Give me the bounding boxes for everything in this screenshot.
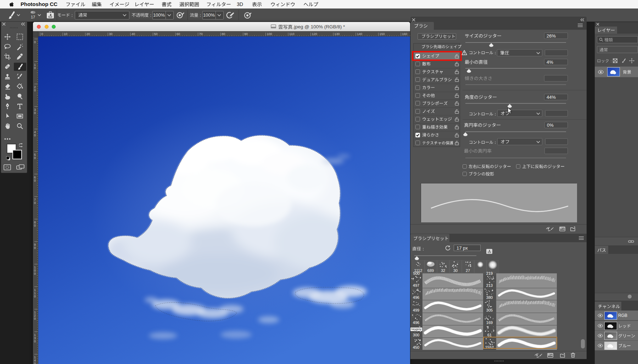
svg-text:497: 497 xyxy=(413,283,419,288)
svg-text:169: 169 xyxy=(486,320,493,325)
svg-text:499: 499 xyxy=(413,308,419,312)
svg-text:150: 150 xyxy=(380,32,385,36)
svg-text:305: 305 xyxy=(486,308,493,312)
svg-text:0: 0 xyxy=(34,179,36,182)
svg-text:70: 70 xyxy=(199,32,203,36)
svg-text:27: 27 xyxy=(466,268,470,273)
svg-text:130: 130 xyxy=(334,32,340,36)
svg-text:380: 380 xyxy=(486,295,493,300)
svg-text:30: 30 xyxy=(109,32,112,36)
svg-text:0: 0 xyxy=(34,362,36,364)
svg-text:0: 0 xyxy=(34,133,36,137)
svg-text:0: 0 xyxy=(34,66,36,70)
svg-text:110: 110 xyxy=(289,32,294,36)
svg-text:450: 450 xyxy=(413,345,419,349)
svg-text:0: 0 xyxy=(34,295,36,298)
svg-text:100: 100 xyxy=(267,32,272,36)
svg-text:0: 0 xyxy=(34,340,36,343)
svg-text:0: 0 xyxy=(34,201,36,205)
svg-text:300: 300 xyxy=(413,333,419,337)
svg-text:689: 689 xyxy=(427,268,434,273)
svg-text:0: 0 xyxy=(34,89,36,92)
svg-text:80: 80 xyxy=(222,32,225,36)
svg-text:60: 60 xyxy=(177,32,180,36)
svg-text:160: 160 xyxy=(402,32,407,36)
svg-text:40: 40 xyxy=(131,32,135,36)
svg-text:213: 213 xyxy=(486,283,493,288)
svg-text:30: 30 xyxy=(453,268,458,273)
svg-text:0: 0 xyxy=(34,111,36,115)
svg-text:496: 496 xyxy=(413,320,419,325)
svg-text:0: 0 xyxy=(34,40,36,44)
svg-text:90: 90 xyxy=(244,32,248,36)
svg-text:0: 0 xyxy=(34,156,36,160)
svg-text:0: 0 xyxy=(34,224,36,227)
svg-text:0: 0 xyxy=(34,272,36,275)
svg-text:0: 0 xyxy=(34,317,36,320)
svg-text:0: 0 xyxy=(34,246,36,250)
svg-text:140: 140 xyxy=(357,32,362,36)
svg-text:0: 0 xyxy=(41,32,43,36)
svg-text:50: 50 xyxy=(154,32,158,36)
svg-text:32: 32 xyxy=(441,268,445,273)
svg-text:120: 120 xyxy=(312,32,317,36)
svg-text:20: 20 xyxy=(86,32,90,36)
svg-text:10: 10 xyxy=(64,32,67,36)
svg-text:496: 496 xyxy=(413,295,419,300)
